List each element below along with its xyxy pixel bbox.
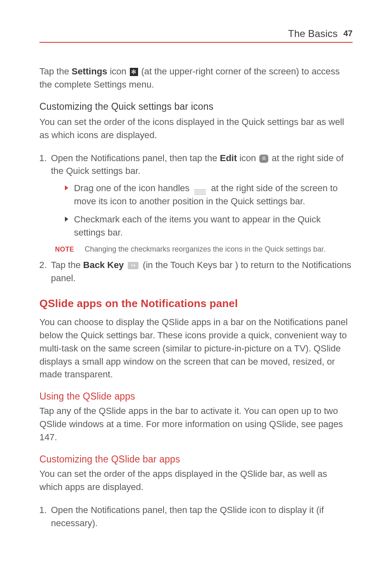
- text: Tap the: [39, 66, 71, 76]
- text: You can choose to display the QSlide app…: [39, 316, 353, 381]
- custom-qslide-para: You can set the order of the apps displa…: [39, 467, 353, 494]
- intro-paragraph: Tap the Settings icon (at the upper-righ…: [39, 65, 353, 91]
- page-number: 47: [344, 29, 353, 38]
- using-qslide-para: Tap any of the QSlide apps in the bar to…: [39, 405, 353, 444]
- text: icon: [237, 153, 259, 163]
- settings-label: Settings: [71, 66, 107, 76]
- page-header: The Basics 47: [39, 28, 353, 43]
- customize-quick-steps: Open the Notifications panel, then tap t…: [39, 152, 353, 285]
- heading-using-qslide: Using the QSlide apps: [39, 391, 353, 402]
- chapter-title: The Basics: [288, 28, 338, 39]
- edit-icon: [259, 155, 268, 163]
- list-item: Tap the Back Key (in the Touch Keys bar …: [49, 259, 353, 285]
- heading-customize-quick: Customizing the Quick settings bar icons: [39, 101, 353, 112]
- note-label: NOTE: [55, 245, 76, 254]
- sub-list: Drag one of the icon handles at the righ…: [51, 182, 353, 239]
- customize-quick-intro: You can set the order of the icons displ…: [39, 116, 353, 142]
- list-item: Checkmark each of the items you want to …: [65, 213, 353, 239]
- text: Tap the: [51, 260, 83, 270]
- text: icon: [107, 66, 129, 76]
- text: Checkmark each of the items you want to …: [74, 214, 321, 238]
- back-key-label: Back Key: [83, 260, 124, 270]
- heading-custom-qslide: Customizing the QSlide bar apps: [39, 454, 353, 465]
- heading-qslide: QSlide apps on the Notifications panel: [39, 297, 353, 310]
- list-item: Open the Notifications panel, then tap t…: [49, 504, 353, 530]
- back-key-icon: [128, 262, 138, 269]
- text: Tap any of the QSlide apps in the bar to…: [39, 405, 353, 444]
- qslide-intro: You can choose to display the QSlide app…: [39, 316, 353, 381]
- list-item: Open the Notifications panel, then tap t…: [49, 152, 353, 255]
- text: Drag one of the icon handles: [74, 183, 192, 193]
- note-text: Changing the checkmarks reorganizes the …: [85, 244, 325, 254]
- text: You can set the order of the apps displa…: [39, 467, 353, 494]
- page: The Basics 47 Tap the Settings icon (at …: [0, 0, 392, 564]
- settings-icon: [130, 68, 138, 76]
- custom-qslide-steps: Open the Notifications panel, then tap t…: [39, 504, 353, 530]
- drag-handle-icon: [194, 190, 206, 194]
- page-body: Tap the Settings icon (at the upper-righ…: [39, 65, 353, 530]
- text: You can set the order of the icons displ…: [39, 116, 353, 142]
- note-row: NOTE Changing the checkmarks reorganizes…: [55, 244, 353, 254]
- text: Open the Notifications panel, then tap t…: [51, 505, 324, 528]
- list-item: Drag one of the icon handles at the righ…: [65, 182, 353, 208]
- edit-label: Edit: [220, 153, 237, 163]
- text: Open the Notifications panel, then tap t…: [51, 153, 220, 163]
